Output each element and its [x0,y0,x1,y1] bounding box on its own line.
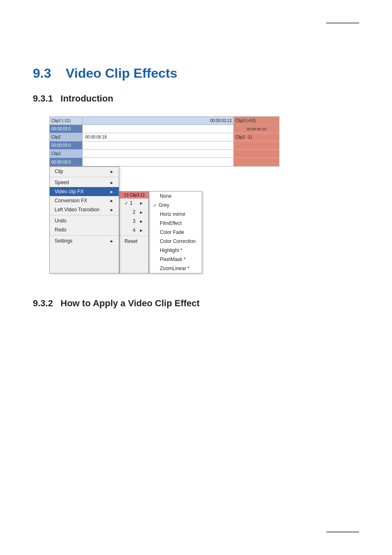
menu-item-vcfx-arrow: ► [110,190,114,194]
timeline-row2-empty: 00:00:06:18 [83,133,234,141]
menu-separator-3 [50,235,119,236]
context-menu-wrapper: Clip ► Speed ► Video clip FX ► Conversio… [49,166,279,273]
timeline-area: Clip2 (-11) 00:00:03:12 Clip3 (+53) 00:0… [49,116,279,166]
submenu2-colorfade-label: Color Fade [160,229,184,235]
menu-separator-1 [50,177,119,177]
screenshot-area: Clip2 (-11) 00:00:03:12 Clip3 (+53) 00:0… [49,116,279,273]
submenu1-item-4[interactable]: 4 ► [120,226,148,235]
submenu1-separator [120,236,148,236]
section-title: Video Clip Effects [66,66,177,81]
submenu2-highlight-label: Highlight * [160,247,182,253]
menu-separator-2 [50,215,119,215]
submenu1-item-3-content: 3 [125,218,136,224]
timeline-row4-empty [83,150,234,157]
timeline-row5-time: 00:00:03:0 [50,158,83,166]
menu-item-undo[interactable]: Undo [50,216,119,225]
menu-item-conversion-fx[interactable]: Conversion FX ► [50,196,119,205]
submenu1-reset[interactable]: Reset [120,237,148,246]
submenu1-item-1[interactable]: ✓ 1 ► [120,199,148,208]
section-number: 9.3 [33,66,51,81]
menu-item-left-video-transition[interactable]: Left Video Transition ► [50,205,119,214]
submenu2: None ✓ Grey Horiz mirror FilmEffect Colo… [149,191,202,273]
bottom-decoration-line [326,532,359,532]
page-container: 9.3 Video Clip Effects 9.3.1 Introductio… [0,0,392,555]
submenu2-item-film-effect[interactable]: FilmEffect [149,219,202,228]
timeline-clip3-header: Clip3 (+53) [234,117,279,125]
submenu1-item-1-arrow: ► [139,201,143,206]
submenu1-item-3[interactable]: 3 ► [120,217,148,226]
submenu2-item-zoom-linear[interactable]: ZoomLinear * [149,264,202,273]
menu-item-lvt-label: Left Video Transition [55,207,99,213]
menu-item-speed-arrow: ► [110,180,114,185]
submenu2-zoomlinear-label: ZoomLinear * [160,266,189,271]
submenu1-item-4-label: 4 [133,227,136,233]
submenu2-grey-check: ✓ [153,203,157,208]
subsection1-heading: 9.3.1 Introduction [33,93,359,104]
timeline-row1: 00:00:03:0 00:00:06:19 [50,125,279,133]
submenu1-reset-label: Reset [125,238,137,244]
submenu1-item-1-check: ✓ [125,201,128,206]
submenu1-item-2[interactable]: 2 ► [120,208,148,217]
timeline-time-header: 00:00:03:12 [83,117,234,125]
submenu1-item-2-label: 2 [133,209,136,215]
timeline-row5-empty [83,158,234,166]
timeline-clip2-header: Clip2 (-11) [50,117,83,125]
timeline-row1-time: 00:00:03:0 [50,125,83,133]
submenu1-item-2-arrow: ► [139,210,143,215]
menu-item-settings-label: Settings [55,238,72,244]
subsection1-number: 9.3.1 [33,93,53,104]
timeline-row1-clip3: 00:00:06:19 [234,125,279,133]
submenu1-header-value: -11 [139,193,145,197]
timeline-clip3-name: Clip3 [235,135,245,139]
submenu1-header-clip3: :13 Clip3 [123,193,139,197]
timeline-row5-clip3 [234,158,279,166]
submenu2-grey-label: Grey [159,202,169,208]
submenu2-item-horiz-mirror[interactable]: Horiz mirror [149,210,202,219]
submenu2-colorcorr-label: Color Correction [160,238,196,244]
submenu2-none-label: None [160,193,172,199]
timeline-row4: Clip2 [50,150,279,158]
menu-item-vcfx-label: Video clip FX [55,189,83,194]
submenu1-item-4-arrow: ► [139,228,143,233]
menu-item-video-clip-fx[interactable]: Video clip FX ► [50,187,119,196]
main-context-menu: Clip ► Speed ► Video clip FX ► Conversio… [49,166,119,273]
menu-item-redo[interactable]: Redo [50,225,119,234]
subsection1-title: Introduction [60,93,113,104]
menu-item-clip-arrow: ► [110,169,114,174]
submenu1-header: :13 Clip3 -11 [120,192,148,199]
menu-item-speed-label: Speed [55,180,69,185]
submenu2-item-grey[interactable]: ✓ Grey [149,201,202,210]
timeline-row1-empty [83,125,234,133]
menu-item-cfx-arrow: ► [110,199,114,203]
timeline-row4-clip2: Clip2 [50,150,83,157]
subsection2-number: 9.3.2 [33,298,53,308]
submenu2-item-color-correction[interactable]: Color Correction [149,237,202,246]
submenu1-item-3-arrow: ► [139,219,143,224]
submenu2-item-pixel-mask[interactable]: PixelMask * [149,255,202,264]
submenu2-item-none[interactable]: None [149,192,202,201]
menu-item-undo-label: Undo [55,218,67,224]
submenu1-item-3-label: 3 [133,218,136,224]
menu-item-speed[interactable]: Speed ► [50,178,119,187]
timeline-row3: 00:00:03:0 [50,141,279,150]
menu-item-settings[interactable]: Settings ► [50,236,119,245]
menu-item-clip[interactable]: Clip ► [50,167,119,176]
timeline-row4-clip3 [234,150,279,157]
submenu2-item-color-fade[interactable]: Color Fade [149,228,202,237]
section-heading: 9.3 Video Clip Effects [33,66,359,81]
menu-item-cfx-label: Conversion FX [55,198,87,204]
timeline-row2: Clip2 00:00:06:18 Clip3 -11 [50,133,279,141]
submenu2-item-highlight[interactable]: Highlight * [149,246,202,255]
timeline-row3-empty [83,141,234,149]
timeline-header-row: Clip2 (-11) 00:00:03:12 Clip3 (+53) [50,117,279,125]
timeline-clip3-value: -11 [247,135,252,139]
subsection2-title: How to Apply a Video Clip Effect [60,298,200,308]
submenu2-horiz-label: Horiz mirror [160,211,186,217]
timeline-row3-time: 00:00:03:0 [50,141,83,149]
submenu1-item-4-content: 4 [125,227,136,233]
subsection2-heading: 9.3.2 How to Apply a Video Clip Effect [33,298,359,309]
timeline-row2-clip3: Clip3 -11 [234,133,279,141]
submenu1-item-2-content: 2 [125,209,136,215]
menu-item-redo-label: Redo [55,227,67,233]
menu-item-lvt-arrow: ► [110,208,114,212]
